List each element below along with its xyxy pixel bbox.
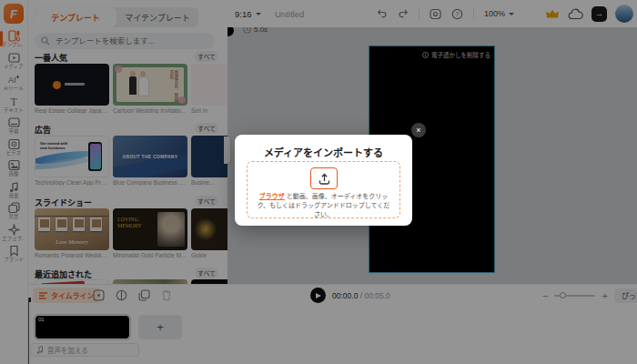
video-editor-app: F テンプレ.. メディア AI AIツール T テキスト 字幕 ビデオ 画像 bbox=[0, 0, 637, 364]
import-media-modal: メディアをインポートする ブラウザ と動画、画像、オーディオをクリック、もしくは… bbox=[235, 135, 412, 226]
browse-link[interactable]: ブラウザ bbox=[259, 193, 285, 199]
close-icon: × bbox=[416, 126, 420, 135]
modal-title: メディアをインポートする bbox=[235, 145, 412, 159]
dropzone-instructions: ブラウザ と動画、画像、オーディオをクリック、もしくはドラッグアンドドロップして… bbox=[255, 192, 392, 219]
upload-icon bbox=[318, 173, 330, 185]
upload-button[interactable] bbox=[310, 167, 338, 189]
media-dropzone[interactable]: ブラウザ と動画、画像、オーディオをクリック、もしくはドラッグアンドドロップして… bbox=[247, 161, 400, 218]
modal-close-button[interactable]: × bbox=[411, 123, 426, 137]
